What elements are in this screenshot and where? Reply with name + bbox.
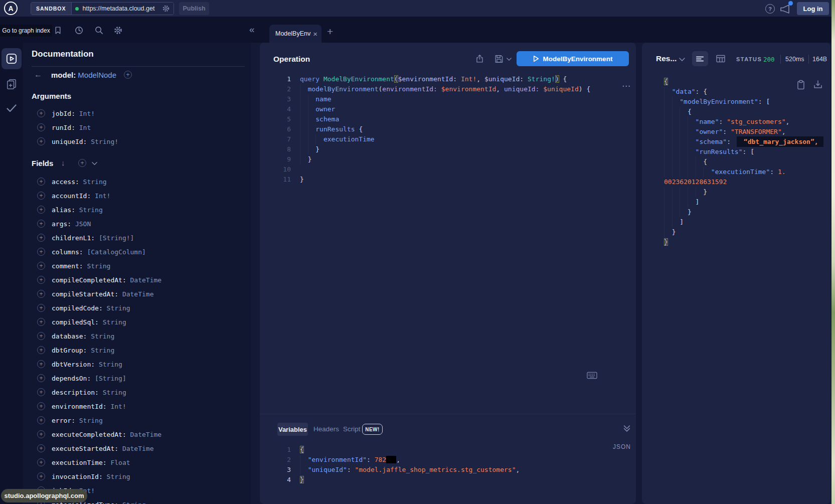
collapse-panel-double-chevron-icon[interactable] [623, 425, 631, 432]
operation-editor[interactable]: 1query ModelByEnvironment($environmentId… [260, 74, 635, 185]
field-row[interactable]: +childrenL1: [String!] [32, 231, 247, 245]
variables-editor[interactable]: 1{2"environmentId": 782,3"uniqueId": "mo… [260, 445, 635, 485]
fields-chevron-down-icon[interactable] [92, 161, 97, 165]
editor-line[interactable]: { [664, 107, 829, 117]
endpoint-url-input[interactable]: https://metadata.cloud.get [72, 3, 174, 15]
share-operation-icon[interactable] [475, 54, 484, 64]
add-field-plus-icon[interactable]: + [37, 402, 45, 410]
tab-variables[interactable]: Variables [277, 423, 308, 436]
add-field-plus-icon[interactable]: + [37, 220, 45, 228]
field-row[interactable]: +alias: String [32, 203, 247, 217]
editor-line[interactable]: 3name [260, 94, 635, 104]
field-row[interactable]: +invocationId: String [32, 469, 247, 483]
sort-fields-icon[interactable]: ↓ [61, 158, 65, 167]
editor-line[interactable]: 0023620128631592 [664, 177, 829, 187]
field-row[interactable]: +comment: String [32, 259, 247, 273]
add-field-plus-icon[interactable]: + [37, 123, 45, 131]
add-field-plus-icon[interactable]: + [37, 444, 45, 452]
add-field-plus-icon[interactable]: + [37, 374, 45, 382]
editor-line[interactable]: 6runResults { [260, 124, 635, 134]
publish-button[interactable]: Publish [179, 2, 209, 15]
field-row[interactable]: +compiledCode: String [32, 301, 247, 315]
add-field-plus-icon[interactable]: + [37, 360, 45, 368]
apollo-logo-icon[interactable]: A [4, 2, 18, 15]
add-field-plus-icon[interactable]: + [37, 472, 45, 480]
field-row[interactable]: +compileStartedAt: DateTime [32, 287, 247, 301]
close-tab-icon[interactable]: × [313, 30, 317, 38]
field-row[interactable]: +accountId: Int! [32, 189, 247, 203]
tab-script[interactable]: Script [343, 425, 361, 433]
editor-line[interactable]: "modelByEnvironment": [ [664, 97, 829, 107]
add-all-fields-plus-icon[interactable]: + [78, 159, 86, 167]
editor-line[interactable]: { [664, 157, 829, 167]
add-field-plus-icon[interactable]: + [37, 416, 45, 424]
tab-modelbyenvironment[interactable]: ModelByEnvi... × [269, 25, 321, 43]
field-row[interactable]: +description: String [32, 385, 247, 399]
add-field-plus-icon[interactable]: + [37, 234, 45, 242]
add-field-plus-icon[interactable]: + [37, 206, 45, 214]
add-type-plus-icon[interactable]: + [124, 71, 132, 79]
editor-line[interactable]: } [664, 207, 829, 217]
editor-line[interactable]: } [664, 187, 829, 197]
field-row[interactable]: +executeStartedAt: DateTime [32, 441, 247, 455]
login-button[interactable]: Log in [797, 2, 829, 15]
endpoint-settings-gear-icon[interactable] [162, 5, 170, 13]
add-field-plus-icon[interactable]: + [37, 192, 45, 200]
editor-line[interactable]: 3"uniqueId": "model.jaffle_shop_metrics.… [260, 465, 635, 475]
add-field-plus-icon[interactable]: + [37, 290, 45, 298]
save-chevron-down-icon[interactable] [507, 57, 512, 61]
new-tab-button[interactable]: + [327, 26, 333, 38]
add-field-plus-icon[interactable]: + [37, 458, 45, 466]
editor-line[interactable]: 1{ [260, 445, 635, 455]
response-json-viewer[interactable]: {"data": {"modelByEnvironment": [{"name"… [664, 77, 829, 247]
editor-line[interactable]: 1query ModelByEnvironment($environmentId… [260, 74, 635, 84]
response-table-view-icon[interactable] [716, 55, 725, 63]
sidebar-item-collections[interactable] [6, 79, 17, 90]
sidebar-item-explorer[interactable] [2, 48, 22, 69]
field-row[interactable]: +dbtVersion: String [32, 357, 247, 371]
argument-row[interactable]: +uniqueId: String! [32, 134, 245, 148]
editor-line[interactable]: 11} [260, 175, 635, 185]
field-row[interactable]: +args: JSON [32, 217, 247, 231]
editor-line[interactable]: "name": "stg_customers", [664, 117, 829, 127]
field-row[interactable]: +environmentId: Int! [32, 399, 247, 413]
field-row[interactable]: +access: String [32, 175, 247, 189]
sidebar-item-checks[interactable] [7, 104, 17, 112]
run-operation-button[interactable]: ModelByEnvironment [517, 51, 629, 66]
add-field-plus-icon[interactable]: + [37, 332, 45, 340]
search-icon[interactable] [94, 26, 104, 35]
response-chevron-down-icon[interactable] [679, 57, 685, 62]
editor-line[interactable]: 8} [260, 144, 635, 154]
add-field-plus-icon[interactable]: + [37, 178, 45, 186]
field-row[interactable]: +executeCompletedAt: DateTime [32, 427, 247, 441]
editor-line[interactable]: "owner": "TRANSFORMER", [664, 127, 829, 137]
editor-line[interactable]: 10 [260, 164, 635, 175]
help-icon[interactable]: ? [765, 4, 775, 14]
editor-line[interactable]: ] [664, 197, 829, 207]
docs-type-name[interactable]: ModelNode [78, 71, 116, 79]
editor-line[interactable]: "schema": “dbt_mary_jackson”, [664, 137, 829, 147]
argument-row[interactable]: +jobId: Int! [32, 106, 245, 120]
editor-line[interactable]: "executionTime": 1. [664, 167, 829, 177]
add-field-plus-icon[interactable]: + [37, 109, 45, 117]
editor-line[interactable]: 2"environmentId": 782, [260, 455, 635, 465]
add-field-plus-icon[interactable]: + [37, 248, 45, 256]
add-field-plus-icon[interactable]: + [37, 318, 45, 326]
editor-line[interactable]: "runResults": [ [664, 147, 829, 157]
editor-line[interactable]: 5schema [260, 114, 635, 124]
field-row[interactable]: +compileCompletedAt: DateTime [32, 273, 247, 287]
field-row[interactable]: +columns: [CatalogColumn] [32, 245, 247, 259]
tab-headers[interactable]: Headers [313, 425, 339, 433]
add-field-plus-icon[interactable]: + [37, 304, 45, 312]
add-field-plus-icon[interactable]: + [37, 430, 45, 438]
bookmark-icon[interactable] [54, 26, 62, 35]
editor-line[interactable]: } [664, 227, 829, 237]
keyboard-shortcuts-icon[interactable] [587, 372, 597, 379]
argument-row[interactable]: +runId: Int [32, 120, 245, 134]
field-row[interactable]: +dependsOn: [String] [32, 371, 247, 385]
collapse-docs-icon[interactable]: « [249, 24, 255, 35]
editor-line[interactable]: 4owner [260, 104, 635, 114]
editor-line[interactable]: ] [664, 217, 829, 227]
add-field-plus-icon[interactable]: + [37, 262, 45, 270]
docs-back-icon[interactable]: ← [34, 70, 42, 79]
